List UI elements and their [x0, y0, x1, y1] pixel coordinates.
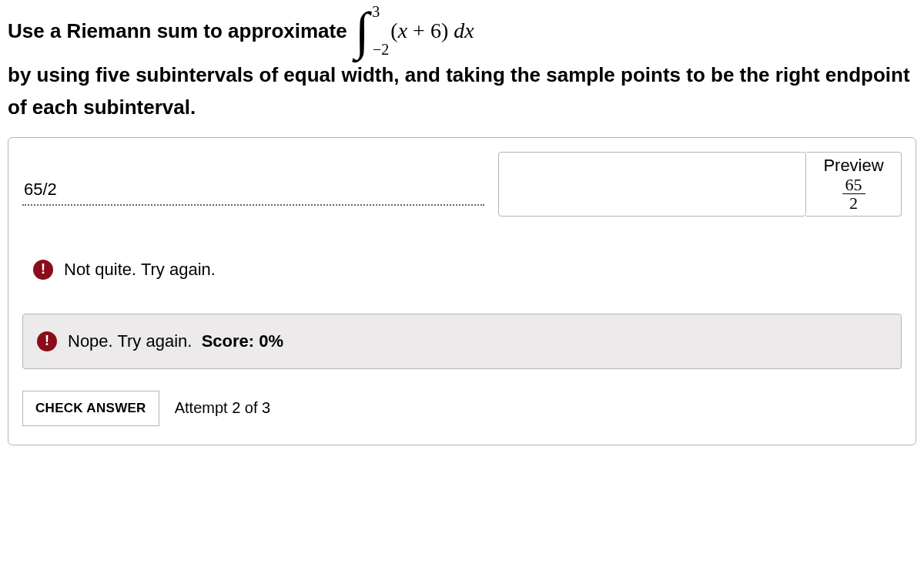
feedback-inline-text: Not quite. Try again.: [64, 260, 216, 280]
answer-input[interactable]: [22, 175, 484, 206]
question-suffix: by using five subintervals of equal widt…: [8, 59, 916, 123]
preview-denominator: 2: [846, 194, 861, 212]
feedback-result: ! Nope. Try again. Score: 0%: [22, 314, 902, 369]
preview-canvas: [498, 152, 806, 216]
feedback-inline: ! Not quite. Try again.: [22, 247, 902, 292]
check-answer-button[interactable]: CHECK ANSWER: [22, 391, 159, 426]
question-prefix: Use a Riemann sum to approximate: [8, 15, 347, 48]
integral-upper-bound: 3: [372, 5, 380, 18]
integral-expression: ∫ 3 −2 (x + 6) dx: [355, 8, 474, 55]
integral-sign: ∫ 3 −2: [355, 8, 370, 55]
error-icon: !: [37, 331, 57, 351]
answer-row: Preview 65 2: [22, 152, 902, 216]
integrand: (x + 6) dx: [390, 14, 474, 49]
answer-input-wrap: [22, 152, 484, 206]
action-row: CHECK ANSWER Attempt 2 of 3: [22, 391, 902, 426]
preview-side: Preview 65 2: [806, 152, 902, 216]
preview-box: Preview 65 2: [498, 152, 902, 216]
preview-label: Preview: [823, 156, 883, 176]
preview-fraction: 65 2: [842, 176, 865, 212]
feedback-result-text: Nope. Try again. Score: 0%: [68, 331, 283, 351]
integral-lower-bound: −2: [373, 42, 389, 56]
question-text: Use a Riemann sum to approximate ∫ 3 −2 …: [8, 8, 916, 123]
attempt-counter: Attempt 2 of 3: [175, 399, 271, 417]
preview-numerator: 65: [842, 176, 865, 194]
answer-panel: Preview 65 2 ! Not quite. Try again. ! N…: [8, 137, 916, 445]
error-icon: !: [33, 260, 53, 280]
